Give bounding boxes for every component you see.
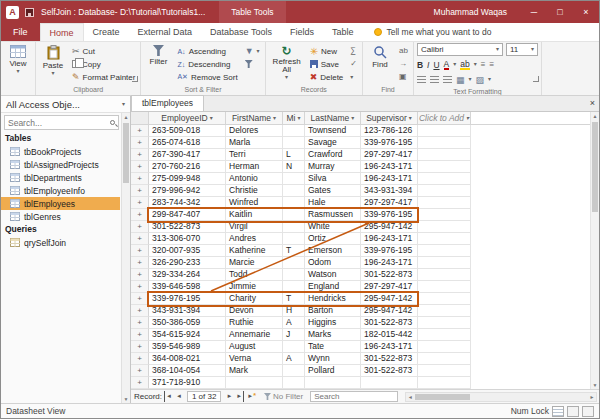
cell-first-name[interactable]: Herman: [226, 161, 283, 173]
cell-employee-id[interactable]: 267-390-417: [149, 149, 226, 161]
scroll-down-icon[interactable]: ▼: [122, 395, 130, 403]
filter-dropdown-icon[interactable]: ▾: [409, 116, 412, 121]
cell-click-to-add[interactable]: [418, 329, 471, 341]
cell-mi[interactable]: [283, 281, 305, 293]
cell-employee-id[interactable]: 283-744-342: [149, 197, 226, 209]
new-record-button[interactable]: ✳ New: [308, 45, 346, 57]
close-button[interactable]: ×: [573, 1, 599, 23]
column-header-click-to-add[interactable]: Click to Add ▾: [418, 112, 471, 125]
toggle-filter-button[interactable]: [243, 58, 262, 70]
datasheet-view-shortcut-icon[interactable]: [552, 406, 564, 417]
cell-last-name[interactable]: Hale: [305, 197, 361, 209]
replace-button[interactable]: ab: [397, 45, 410, 57]
row-expand-toggle[interactable]: +: [131, 341, 149, 353]
table-row[interactable]: + 343-931-394 Devon H Barton 295-947-142: [131, 305, 590, 317]
cell-click-to-add[interactable]: [418, 377, 471, 389]
nav-pane-header[interactable]: All Access Obje... ▾: [1, 96, 130, 113]
cell-first-name[interactable]: Katherine: [226, 245, 283, 257]
highlight-color-button[interactable]: ab: [460, 60, 469, 70]
nav-search-box[interactable]: [4, 115, 119, 130]
filter-dropdown-icon[interactable]: ▾: [273, 116, 276, 121]
cell-mi[interactable]: [283, 257, 305, 269]
bold-button[interactable]: B: [417, 60, 423, 70]
column-header-mi[interactable]: Mi ▾: [283, 112, 305, 125]
next-record-button[interactable]: ►: [225, 391, 233, 402]
scroll-down-icon[interactable]: ▼: [591, 381, 599, 389]
cell-mi[interactable]: L: [283, 149, 305, 161]
table-row[interactable]: + 371-718-910: [131, 377, 590, 389]
table-row[interactable]: + 359-546-989 August Tate 196-243-171: [131, 341, 590, 353]
sidebar-item-tbbookprojects[interactable]: tbBookProjects: [1, 145, 120, 158]
cell-last-name[interactable]: Ortiz: [305, 233, 361, 245]
current-record-indicator[interactable]: 1 of 32: [187, 391, 221, 402]
cell-click-to-add[interactable]: [418, 269, 471, 281]
row-expand-toggle[interactable]: +: [131, 137, 149, 149]
cell-first-name[interactable]: Delores: [226, 125, 283, 137]
cell-first-name[interactable]: Terri: [226, 149, 283, 161]
copy-button[interactable]: Copy: [70, 58, 137, 70]
cell-click-to-add[interactable]: [418, 257, 471, 269]
cell-last-name[interactable]: Wynn: [305, 353, 361, 365]
first-record-button[interactable]: ◄: [164, 391, 173, 402]
cell-employee-id[interactable]: 299-847-407: [149, 209, 226, 221]
table-row[interactable]: + 267-390-417 Terri L Crawford 297-297-4…: [131, 149, 590, 161]
cell-employee-id[interactable]: 275-099-948: [149, 173, 226, 185]
row-expand-toggle[interactable]: +: [131, 197, 149, 209]
cell-supervisor[interactable]: 339-976-195: [361, 245, 418, 257]
cell-last-name[interactable]: White: [305, 221, 361, 233]
cell-last-name[interactable]: Pollard: [305, 365, 361, 377]
cell-supervisor[interactable]: 196-243-171: [361, 161, 418, 173]
cell-employee-id[interactable]: 368-104-054: [149, 365, 226, 377]
italic-button[interactable]: I: [427, 60, 429, 70]
cell-supervisor[interactable]: 301-522-873: [361, 269, 418, 281]
cut-button[interactable]: ✂ Cut: [70, 45, 137, 57]
cell-mi[interactable]: N: [283, 161, 305, 173]
cell-last-name[interactable]: Rasmussen: [305, 209, 361, 221]
cell-first-name[interactable]: Ruthie: [226, 317, 283, 329]
nav-pane-scrollbar[interactable]: ▲ ▼: [121, 113, 130, 403]
cell-mi[interactable]: J: [283, 329, 305, 341]
cell-employee-id[interactable]: 326-290-233: [149, 257, 226, 269]
table-row[interactable]: + 299-847-407 Kaitlin Rasmussen 339-976-…: [131, 209, 590, 221]
row-expand-toggle[interactable]: +: [131, 173, 149, 185]
cell-employee-id[interactable]: 265-074-618: [149, 137, 226, 149]
cell-supervisor[interactable]: 295-947-142: [361, 293, 418, 305]
sidebar-item-tbldepartments[interactable]: tblDepartments: [1, 171, 120, 184]
cell-first-name[interactable]: Christie: [226, 185, 283, 197]
cell-mi[interactable]: [283, 125, 305, 137]
cell-employee-id[interactable]: 359-546-989: [149, 341, 226, 353]
record-search-box[interactable]: [310, 391, 398, 402]
cell-last-name[interactable]: Silva: [305, 173, 361, 185]
tab-fields[interactable]: Fields: [281, 23, 323, 41]
table-row[interactable]: + 354-615-924 Annemarie J Marks 182-015-…: [131, 329, 590, 341]
nav-section-tables[interactable]: Tables: [1, 132, 130, 145]
scrollbar-thumb[interactable]: [592, 122, 598, 212]
column-header-supervisor[interactable]: Supervisor ▾: [361, 112, 418, 125]
cell-mi[interactable]: [283, 221, 305, 233]
descending-button[interactable]: Z↓ Descending: [175, 58, 239, 70]
row-expand-toggle[interactable]: +: [131, 353, 149, 365]
cell-first-name[interactable]: Mark: [226, 365, 283, 377]
cell-last-name[interactable]: Crawford: [305, 149, 361, 161]
filter-dropdown-icon[interactable]: ▾: [351, 116, 354, 121]
table-row[interactable]: + 364-008-021 Verna A Wynn 301-522-873: [131, 353, 590, 365]
save-record-button[interactable]: Save: [308, 58, 346, 70]
datasheet-vertical-scrollbar[interactable]: ▲ ▼: [590, 112, 599, 389]
minimize-button[interactable]: ─: [521, 1, 547, 23]
tab-home[interactable]: Home: [40, 23, 84, 41]
cell-first-name[interactable]: Verna: [226, 353, 283, 365]
cell-mi[interactable]: [283, 137, 305, 149]
table-row[interactable]: + 301-522-873 Virgil White 295-947-142: [131, 221, 590, 233]
cell-employee-id[interactable]: 263-509-018: [149, 125, 226, 137]
row-expand-toggle[interactable]: +: [131, 365, 149, 377]
signed-in-user[interactable]: Muhammad Waqas: [434, 7, 507, 17]
cell-click-to-add[interactable]: [418, 173, 471, 185]
scroll-up-icon[interactable]: ▲: [122, 113, 130, 121]
cell-last-name[interactable]: Tate: [305, 341, 361, 353]
filter-dropdown-icon[interactable]: ▾: [210, 116, 213, 121]
cell-supervisor[interactable]: 182-015-442: [361, 329, 418, 341]
cell-mi[interactable]: [283, 233, 305, 245]
cell-click-to-add[interactable]: [418, 221, 471, 233]
row-expand-toggle[interactable]: +: [131, 269, 149, 281]
cell-click-to-add[interactable]: [418, 353, 471, 365]
